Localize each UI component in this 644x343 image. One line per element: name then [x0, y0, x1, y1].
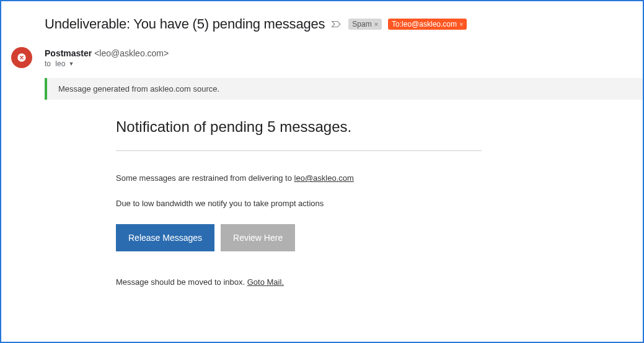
recipient-email-link[interactable]: leo@askleo.com — [294, 173, 354, 183]
action-buttons: Release Messages Review Here — [116, 224, 606, 251]
review-here-button[interactable]: Review Here — [221, 224, 295, 251]
sender-block: Postmaster <leo@askleo.com> to leo ▼ — [45, 48, 643, 68]
label-chip-spam[interactable]: Spam × — [348, 19, 382, 30]
notification-title: Notification of pending 5 messages. — [116, 118, 606, 136]
chip-label: To:leo@askleo.com — [392, 20, 457, 28]
sender-name: Postmaster — [45, 48, 92, 58]
divider — [116, 150, 482, 151]
email-body: Notification of pending 5 messages. Some… — [45, 118, 643, 287]
banner-text: Message generated from askleo.com source… — [58, 84, 219, 93]
label-chip-to[interactable]: To:leo@askleo.com × — [388, 19, 467, 30]
sender-email: <leo@askleo.com> — [94, 48, 169, 58]
chevron-down-icon: ▼ — [68, 61, 74, 67]
recipient-dropdown[interactable]: to leo ▼ — [45, 59, 643, 68]
subject-row: Undeliverable: You have (5) pending mess… — [45, 16, 643, 32]
goto-mail-link[interactable]: Goto Mail. — [247, 277, 284, 287]
footer-line: Message should be moved to inbox. Goto M… — [116, 277, 606, 287]
body-line-2: Due to low bandwidth we notify you to ta… — [116, 199, 488, 208]
close-icon[interactable]: × — [459, 20, 463, 28]
email-subject: Undeliverable: You have (5) pending mess… — [45, 16, 325, 32]
to-name: leo — [55, 59, 65, 68]
release-messages-button[interactable]: Release Messages — [116, 224, 214, 251]
sender-line: Postmaster <leo@askleo.com> — [45, 48, 643, 58]
chip-label: Spam — [352, 20, 371, 28]
important-marker-icon[interactable] — [331, 20, 342, 28]
to-prefix: to — [45, 59, 51, 68]
spam-alert-icon — [11, 47, 32, 68]
source-banner: Message generated from askleo.com source… — [45, 78, 643, 100]
body-line-1: Some messages are restrained from delive… — [116, 173, 488, 183]
close-icon[interactable]: × — [374, 20, 378, 28]
